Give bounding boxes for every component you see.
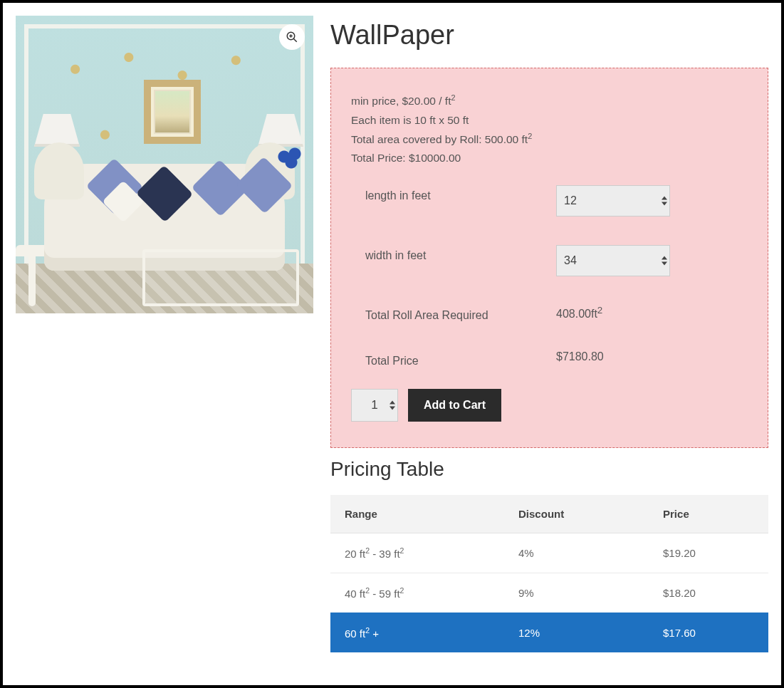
roll-area-value: 500.00 ft: [485, 133, 528, 145]
cell-discount: 12%: [506, 613, 650, 652]
required-area-value: 408.00ft: [556, 308, 597, 320]
cell-price: $17.60: [650, 613, 768, 652]
calc-price-value: $7180.80: [556, 350, 748, 363]
calculator-panel: min price, $20.00 / ft2 Each item is 10 …: [330, 68, 768, 448]
table-row: 60 ft2 +12%$17.60: [330, 613, 768, 652]
width-stepper[interactable]: [662, 256, 667, 265]
roll-area-line: Total area covered by Roll: 500.00 ft2: [351, 130, 748, 150]
chevron-up-icon[interactable]: [662, 196, 667, 199]
calc-price-label: Total Price: [365, 350, 556, 368]
pricing-title: Pricing Table: [330, 458, 768, 481]
chevron-up-icon[interactable]: [390, 400, 395, 404]
required-area-row: Total Roll Area Required 408.00ft2: [351, 305, 748, 322]
col-discount: Discount: [506, 495, 650, 533]
cell-range: 40 ft2 - 59 ft2: [330, 573, 506, 613]
roll-area-super: 2: [528, 132, 532, 140]
width-label: width in feet: [365, 245, 556, 262]
zoom-icon[interactable]: [279, 24, 305, 50]
window-frame: WallPaper min price, $20.00 / ft2 Each i…: [0, 0, 784, 688]
gallery-column: [16, 16, 330, 313]
required-area-super: 2: [597, 305, 602, 316]
calc-price-row: Total Price $7180.80: [351, 350, 748, 368]
cell-discount: 9%: [506, 573, 650, 613]
product-image-bg: [16, 16, 313, 313]
details-column: WallPaper min price, $20.00 / ft2 Each i…: [330, 16, 768, 652]
add-to-cart-button[interactable]: Add to Cart: [408, 389, 501, 422]
col-price: Price: [650, 495, 768, 533]
cell-range: 60 ft2 +: [330, 613, 506, 652]
pricing-header-row: Range Discount Price: [330, 495, 768, 533]
cell-discount: 4%: [506, 533, 650, 573]
product-title: WallPaper: [330, 20, 768, 51]
measure-grid: length in feet width: [351, 185, 748, 368]
product-image[interactable]: [16, 16, 313, 313]
cell-price: $19.20: [650, 533, 768, 573]
min-price-label: min price,: [351, 95, 399, 107]
product-page: WallPaper min price, $20.00 / ft2 Each i…: [3, 3, 781, 685]
chevron-down-icon[interactable]: [662, 202, 667, 205]
length-label: length in feet: [365, 185, 556, 202]
item-dims-line: Each item is 10 ft x 50 ft: [351, 111, 748, 130]
min-price-value: $20.00 / ft: [402, 95, 451, 107]
min-price-super: 2: [451, 93, 455, 102]
cell-price: $18.20: [650, 573, 768, 613]
cart-row: Add to Cart: [351, 389, 748, 422]
roll-area-label: Total area covered by Roll:: [351, 133, 482, 145]
chevron-down-icon[interactable]: [662, 261, 667, 265]
total-price-line: Total Price: $10000.00: [351, 149, 748, 167]
quantity-stepper[interactable]: [390, 400, 395, 410]
svg-line-1: [293, 38, 297, 42]
pricing-body: 20 ft2 - 39 ft24%$19.2040 ft2 - 59 ft29%…: [330, 533, 768, 652]
cell-range: 20 ft2 - 39 ft2: [330, 533, 506, 573]
min-price-line: min price, $20.00 / ft2: [351, 91, 748, 111]
required-area-label: Total Roll Area Required: [365, 305, 556, 322]
width-row: width in feet: [351, 245, 748, 276]
chevron-up-icon[interactable]: [662, 256, 667, 259]
chevron-down-icon[interactable]: [390, 406, 395, 410]
info-block: min price, $20.00 / ft2 Each item is 10 …: [351, 91, 748, 168]
width-input[interactable]: [556, 245, 670, 276]
table-row: 40 ft2 - 59 ft29%$18.20: [330, 573, 768, 613]
col-range: Range: [330, 495, 506, 533]
length-stepper[interactable]: [662, 196, 667, 205]
length-input[interactable]: [556, 185, 670, 217]
table-row: 20 ft2 - 39 ft24%$19.20: [330, 533, 768, 573]
pricing-table: Range Discount Price 20 ft2 - 39 ft24%$1…: [330, 495, 768, 652]
length-row: length in feet: [351, 185, 748, 217]
